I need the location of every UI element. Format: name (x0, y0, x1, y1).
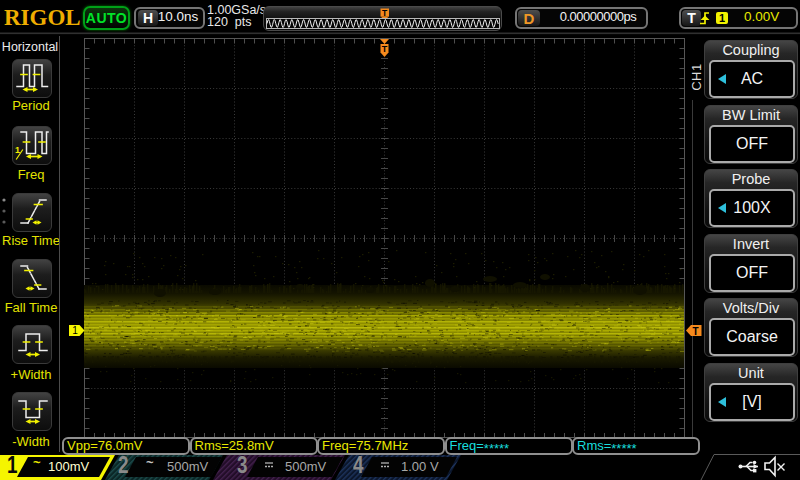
svg-text:T: T (382, 44, 388, 54)
svg-text:~: ~ (146, 455, 154, 470)
svg-text:T: T (692, 326, 698, 337)
svg-text:~: ~ (33, 455, 41, 470)
svg-text:1: 1 (15, 145, 20, 155)
svg-text:T: T (382, 8, 388, 18)
svg-text:1: 1 (72, 325, 78, 336)
